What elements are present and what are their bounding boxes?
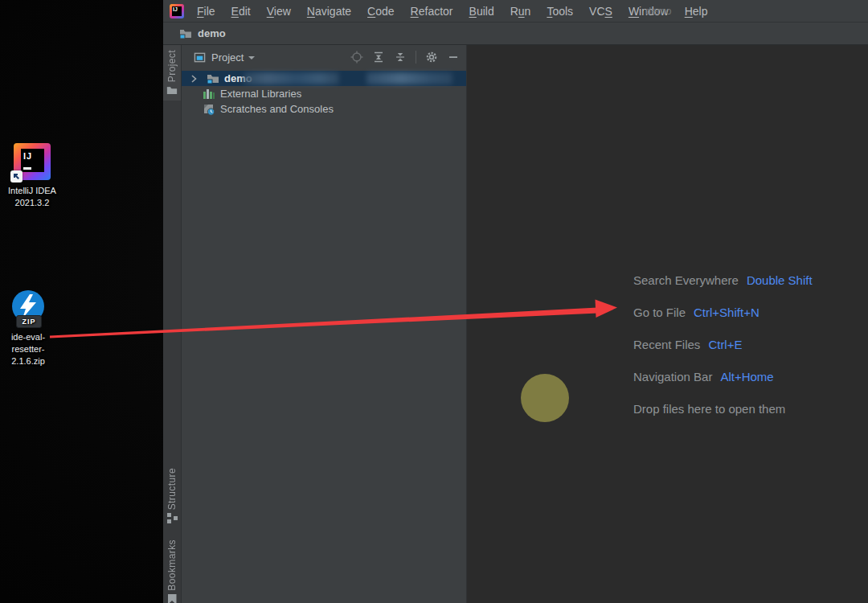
breadcrumb-project[interactable]: demo: [198, 27, 226, 39]
menu-file[interactable]: File: [189, 5, 223, 18]
stripe-button-bookmarks[interactable]: Bookmarks: [166, 539, 178, 591]
desktop-icon-label-line: 2.1.6.zip: [0, 355, 60, 367]
bookmark-icon: [168, 594, 177, 603]
intellij-idea-icon: IJ: [14, 143, 51, 180]
redacted-project-path: [244, 72, 339, 84]
menu-edit[interactable]: Edit: [223, 5, 259, 18]
stripe-button-project[interactable]: Project: [163, 45, 181, 100]
desktop-icon-label-line: resetter-: [0, 343, 60, 355]
folder-icon: [207, 72, 219, 85]
toolbar-separator: [416, 51, 416, 64]
project-view-icon: [194, 51, 206, 64]
window-title: demo: [645, 5, 672, 17]
intellij-logo-icon: IJ: [170, 4, 184, 18]
intellij-window: IJ File Edit View Navigate Code Refactor…: [163, 0, 868, 603]
desktop-icon-label-line: IntelliJ IDEA: [0, 185, 64, 197]
desktop-icon-label-line: ide-eval-: [0, 331, 60, 343]
gear-icon[interactable]: [425, 51, 438, 64]
menu-build[interactable]: Build: [461, 5, 502, 18]
menu-view[interactable]: View: [259, 5, 299, 18]
desktop-icon-intellij[interactable]: IJ IntelliJ IDEA 2021.3.2: [0, 143, 64, 209]
navigation-bar: demo: [163, 23, 868, 45]
menu-bar: IJ File Edit View Navigate Code Refactor…: [163, 0, 868, 23]
menu-help[interactable]: Help: [677, 5, 716, 18]
project-panel-title[interactable]: Project: [211, 51, 244, 64]
ij-monogram: IJ: [23, 150, 32, 162]
empty-editor-shortcuts: Search Everywhere Double Shift Go to Fil…: [633, 264, 813, 425]
menu-run[interactable]: Run: [502, 5, 539, 18]
expand-all-button[interactable]: [372, 51, 385, 64]
shortcut-hint: Search Everywhere Double Shift: [633, 264, 813, 296]
menu-tools[interactable]: Tools: [538, 5, 581, 18]
chevron-right-icon[interactable]: [187, 72, 200, 85]
stripe-button-structure[interactable]: Structure: [166, 468, 178, 510]
tool-window-stripe: Project Structure Bookmarks: [163, 45, 182, 603]
project-panel-header: Project: [182, 45, 466, 69]
project-tree: demo External Libraries: [182, 69, 466, 117]
desktop-icon-label-line: 2021.3.2: [0, 197, 64, 209]
folder-icon: [166, 85, 178, 96]
chevron-down-icon[interactable]: [248, 56, 255, 59]
project-folder-icon: [179, 27, 192, 40]
editor-area: Search Everywhere Double Shift Go to Fil…: [467, 45, 868, 603]
tree-row-demo[interactable]: demo: [182, 71, 466, 86]
highlight-circle-annotation: [521, 374, 569, 422]
redacted-project-path: [366, 72, 452, 84]
desktop-icon-zip[interactable]: ZIP ide-eval- resetter- 2.1.6.zip: [0, 289, 60, 367]
locate-file-button[interactable]: [350, 51, 363, 64]
libraries-icon: [203, 88, 215, 100]
menu-navigate[interactable]: Navigate: [299, 5, 359, 18]
structure-icon: [167, 513, 178, 523]
shortcut-hint: Drop files here to open them: [633, 392, 813, 425]
bandizip-zip-icon: ZIP: [10, 289, 47, 326]
project-tool-window: Project: [182, 45, 467, 603]
tree-row-external-libraries[interactable]: External Libraries: [182, 86, 466, 101]
tree-row-scratches[interactable]: Scratches and Consoles: [182, 101, 466, 117]
hide-panel-button[interactable]: [447, 51, 460, 64]
shortcut-hint: Go to File Ctrl+Shift+N: [633, 296, 813, 328]
menu-code[interactable]: Code: [359, 5, 402, 18]
collapse-all-button[interactable]: [394, 51, 407, 64]
scratches-icon: [203, 103, 215, 116]
menu-vcs[interactable]: VCS: [581, 5, 620, 18]
menu-refactor[interactable]: Refactor: [403, 5, 461, 18]
zip-badge: ZIP: [16, 315, 42, 328]
shortcut-hint: Recent Files Ctrl+E: [633, 328, 813, 360]
shortcut-hint: Navigation Bar Alt+Home: [633, 360, 813, 392]
shortcut-arrow-icon: [10, 170, 23, 183]
